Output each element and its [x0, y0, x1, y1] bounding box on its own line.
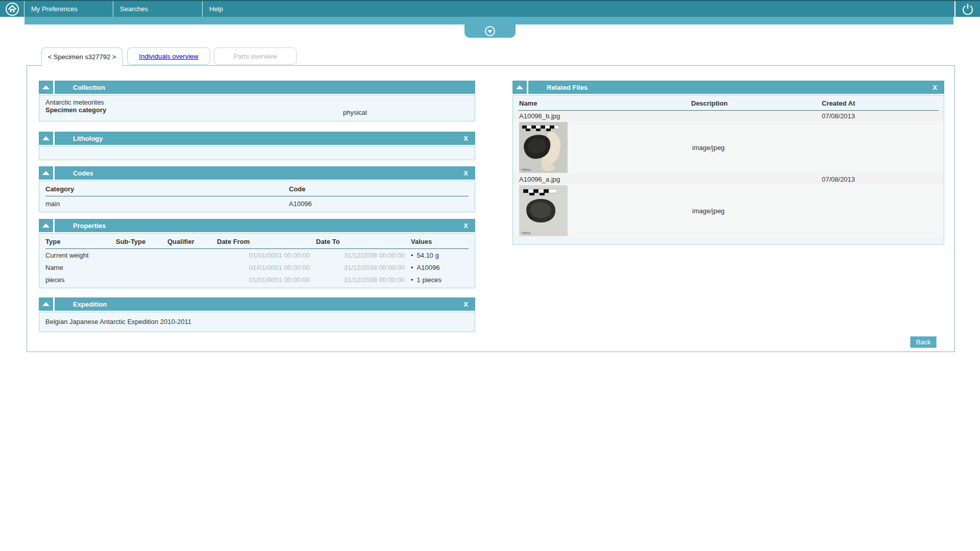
prop-value: 54.10 g	[411, 252, 469, 259]
lithology-close-button[interactable]: X	[463, 135, 475, 142]
codes-col-category: Category	[45, 185, 289, 193]
collapse-icon	[42, 223, 50, 228]
collapse-icon	[42, 302, 50, 306]
file-thumbnail[interactable]: ©RBINS	[519, 122, 568, 173]
table-row: Name 01/01/0001 00:00:00 31/12/2038 00:0…	[45, 261, 469, 273]
file-thumbnail[interactable]: ©RBINS	[519, 185, 568, 236]
nav-item-help[interactable]: Help	[203, 1, 292, 17]
prop-date-to: 31/12/2038 00:00:00	[316, 252, 411, 259]
top-navbar: My Preferences Searches Help	[0, 0, 980, 17]
properties-panel: Properties X Type Sub-Type Qualifier Dat…	[39, 219, 475, 288]
file-description: image/jpeg	[691, 207, 822, 215]
prop-date-from: 01/01/0001 00:00:00	[217, 264, 316, 271]
related-files-panel: Related Files X Name Description Created…	[512, 81, 944, 245]
table-row: main A10096	[45, 196, 469, 208]
codes-close-button[interactable]: X	[463, 169, 475, 177]
file-name: A10096_a.jpg	[519, 176, 691, 183]
home-icon	[5, 2, 19, 16]
collapse-icon	[42, 85, 50, 89]
table-row[interactable]: A10096_a.jpg 07/08/2013	[513, 174, 944, 184]
table-row: pieces 01/01/0001 00:00:00 31/12/2038 00…	[45, 273, 469, 286]
table-row: ©RBINS image/jpeg	[513, 121, 944, 174]
code-category-value: main	[45, 200, 289, 208]
lithology-header: Lithology X	[39, 132, 475, 145]
nav-substrip	[24, 17, 953, 24]
collection-panel: Collection Antarctic meteorites Specimen…	[39, 81, 475, 121]
properties-title: Properties	[55, 222, 463, 230]
tab-individuals-overview[interactable]: Individuals overview	[127, 47, 210, 65]
codes-body: Category Code main A10096	[39, 181, 475, 212]
specimen-category-label: Specimen category	[45, 106, 469, 114]
collection-collapse-button[interactable]	[39, 81, 55, 94]
specimen-detail-container: Collection Antarctic meteorites Specimen…	[27, 65, 955, 352]
lithology-panel: Lithology X	[39, 132, 475, 160]
individuals-overview-link[interactable]: Individuals overview	[139, 53, 198, 60]
expedition-collapse-button[interactable]	[39, 297, 55, 311]
specimen-category-value: physical	[343, 109, 367, 116]
nav-item-searches[interactable]: Searches	[113, 1, 203, 17]
file-name: A10096_b.jpg	[519, 112, 691, 120]
rf-col-created-at: Created At	[822, 99, 938, 107]
prop-value: 1 pieces	[411, 276, 469, 284]
props-col-values: Values	[411, 238, 469, 245]
table-row[interactable]: A10096_b.jpg 07/08/2013	[513, 111, 944, 121]
props-col-dateto: Date To	[316, 238, 411, 245]
props-col-qualifier: Qualifier	[167, 238, 217, 245]
properties-header: Properties X	[39, 219, 475, 232]
prop-type: Current weight	[45, 252, 116, 259]
properties-collapse-button[interactable]	[39, 219, 55, 232]
codes-table-header: Category Code	[45, 183, 469, 196]
properties-table-header: Type Sub-Type Qualifier Date From Date T…	[45, 236, 469, 249]
related-files-body: Name Description Created At A10096_b.jpg…	[512, 95, 944, 245]
collection-body: Antarctic meteorites Specimen category p…	[39, 95, 475, 121]
properties-body: Type Sub-Type Qualifier Date From Date T…	[39, 233, 475, 288]
lithology-collapse-button[interactable]	[39, 132, 55, 145]
file-description: image/jpeg	[691, 144, 822, 152]
expedition-value: Belgian Japanese Antarctic Expedition 20…	[45, 318, 469, 325]
expedition-body: Belgian Japanese Antarctic Expedition 20…	[39, 312, 475, 332]
thumbnail-watermark: ©RBINS	[521, 232, 531, 235]
expedition-header: Expedition X	[39, 297, 475, 311]
prop-date-from: 01/01/0001 00:00:00	[217, 276, 316, 284]
codes-title: Codes	[55, 169, 463, 177]
codes-header: Codes X	[39, 166, 475, 180]
code-value: A10096	[289, 200, 469, 208]
related-files-title: Related Files	[528, 84, 933, 91]
expedition-close-button[interactable]: X	[463, 300, 475, 308]
props-col-subtype: Sub-Type	[116, 238, 167, 245]
related-files-header: Related Files X	[512, 81, 944, 94]
related-files-close-button[interactable]: X	[933, 84, 944, 91]
tab-specimen[interactable]: < Specimen s327792 >	[41, 47, 122, 66]
file-created-at: 07/08/2013	[822, 112, 944, 120]
props-col-type: Type	[45, 238, 116, 245]
related-files-rows: A10096_b.jpg 07/08/2013	[513, 111, 944, 237]
collection-name: Antarctic meteorites	[45, 98, 469, 106]
home-button[interactable]	[0, 1, 24, 17]
expedition-title: Expedition	[55, 300, 463, 308]
chevron-down-icon	[485, 26, 495, 36]
collection-header: Collection	[39, 81, 475, 94]
prop-type: pieces	[45, 276, 116, 284]
codes-collapse-button[interactable]	[39, 166, 55, 180]
collapse-icon	[42, 136, 50, 140]
collapse-icon	[42, 171, 50, 175]
expedition-panel: Expedition X Belgian Japanese Antarctic …	[39, 297, 475, 332]
prop-date-to: 31/12/2038 00:00:00	[316, 276, 411, 284]
back-button[interactable]: Back	[910, 336, 937, 348]
props-col-datefrom: Date From	[217, 238, 316, 245]
prop-date-from: 01/01/0001 00:00:00	[217, 252, 316, 259]
logout-button[interactable]	[954, 1, 980, 17]
menu-expand-tab[interactable]	[464, 24, 516, 38]
lithology-title: Lithology	[55, 135, 463, 142]
rf-col-description: Description	[691, 99, 822, 107]
prop-date-to: 31/12/2038 00:00:00	[316, 264, 411, 271]
related-files-collapse-button[interactable]	[512, 81, 528, 94]
rf-col-name: Name	[519, 99, 691, 107]
properties-close-button[interactable]: X	[463, 222, 475, 230]
navbar-spacer	[292, 1, 954, 17]
power-icon	[961, 3, 974, 16]
table-row: Current weight 01/01/0001 00:00:00 31/12…	[45, 249, 469, 261]
collapse-icon	[516, 85, 523, 89]
nav-item-my-preferences[interactable]: My Preferences	[24, 1, 113, 17]
related-files-table-header: Name Description Created At	[513, 95, 944, 111]
